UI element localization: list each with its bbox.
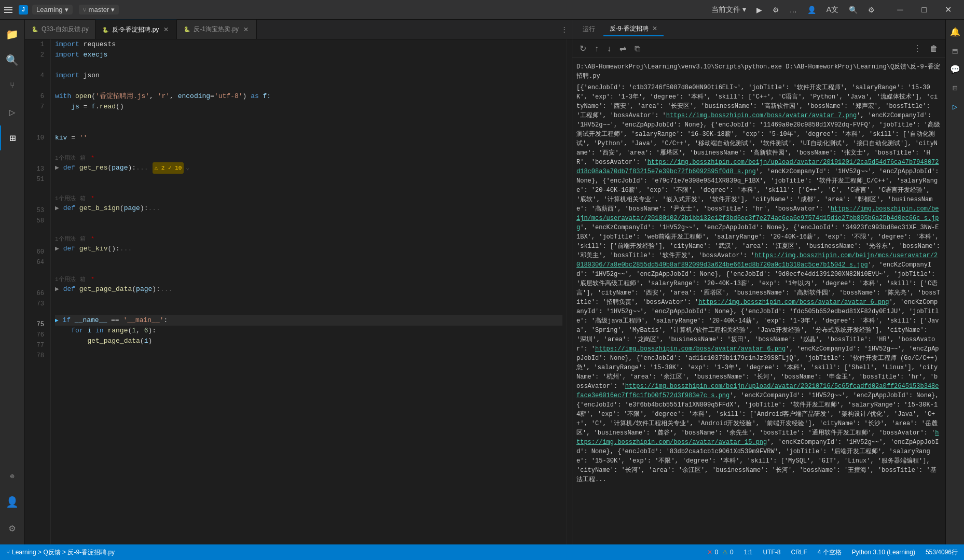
status-eol[interactable]: CRLF bbox=[789, 549, 809, 556]
ln-78: 78 bbox=[25, 351, 44, 361]
status-language[interactable]: Python 3.10 (Learning) bbox=[850, 549, 917, 556]
ln-52 bbox=[25, 185, 44, 195]
ln-53-annotation bbox=[25, 195, 44, 205]
right-panel-content[interactable]: D:\AB-HomeworkProj\Learning\venv3.10\Scr… bbox=[572, 58, 945, 544]
code-line-10: kiv = '' bbox=[55, 133, 562, 143]
status-branch[interactable]: ⑂ Learning > Q反馈 > 反-9-香淀招聘.py bbox=[4, 548, 117, 557]
status-errors[interactable]: ✕ 0 ⚠ 0 bbox=[705, 549, 735, 556]
code-line-78 bbox=[55, 346, 562, 357]
tab-r1[interactable]: 🐍 反-1淘宝热卖.py ✕ bbox=[177, 20, 257, 39]
panel-wrap-btn[interactable]: ⇌ bbox=[616, 43, 629, 54]
error-icon: ✕ bbox=[707, 549, 712, 556]
run-btn[interactable]: ▶ bbox=[753, 4, 765, 16]
panel-tab-close[interactable]: ✕ bbox=[652, 25, 657, 32]
branch-name[interactable]: ⑂ master ▾ bbox=[79, 5, 119, 15]
app-logo: J bbox=[19, 5, 28, 15]
ln-76: 76 bbox=[25, 330, 44, 340]
ln-66-annotation bbox=[25, 278, 44, 288]
more-btn[interactable]: … bbox=[787, 4, 800, 16]
project-name[interactable]: Learning ▾ bbox=[32, 5, 73, 15]
panel-tab-r9[interactable]: 反-9-香淀招聘 ✕ bbox=[603, 22, 664, 36]
code-line-51 bbox=[55, 173, 562, 184]
code-line-53-fold[interactable]: ▶ def get_b_sign(page):... bbox=[55, 203, 562, 214]
editor-scroll: 1 2 4 6 7 10 13 51 53 bbox=[25, 39, 567, 544]
tab-more-btn[interactable]: ⋮ bbox=[557, 20, 572, 39]
notification-icon[interactable]: 🔔 bbox=[947, 24, 963, 40]
chat-icon[interactable]: 💬 bbox=[947, 61, 963, 78]
current-file-btn[interactable]: 当前文件 ▾ bbox=[708, 3, 749, 17]
ln-11 bbox=[25, 143, 44, 153]
activity-item-remote[interactable]: ⊚ bbox=[0, 464, 25, 488]
ln-60b: 60 bbox=[25, 247, 44, 257]
panel-scroll-up-btn[interactable]: ↑ bbox=[591, 43, 602, 54]
activity-item-manage[interactable]: ⚙ bbox=[0, 515, 25, 540]
ln-66b: 66 bbox=[25, 288, 44, 299]
line-numbers: 1 2 4 6 7 10 13 51 53 bbox=[25, 39, 51, 544]
code-line-74 bbox=[55, 305, 562, 315]
profile-btn[interactable]: 👤 bbox=[804, 4, 819, 16]
ln-8 bbox=[25, 112, 44, 122]
eol-text: CRLF bbox=[791, 549, 807, 556]
ln-60-annotation bbox=[25, 236, 44, 247]
run-side-icon[interactable]: ▷ bbox=[947, 99, 963, 115]
code-line-60-fold[interactable]: ▶ def get_kiv():... bbox=[55, 244, 562, 254]
menu-icon[interactable] bbox=[4, 5, 15, 15]
code-line-2: import execjs bbox=[55, 50, 562, 60]
code-annotation-4: 1个用法 箱 * bbox=[55, 275, 562, 284]
minimize-btn[interactable]: ─ bbox=[888, 0, 912, 20]
code-line-13-fold[interactable]: ▶ def get_res(page):... ⚠ 2 ✓ 10 ⌄ bbox=[55, 163, 562, 173]
tab-bar: 🐍 Q33-自如反馈.py 🐍 反-9-香淀招聘.py ✕ 🐍 反-1淘宝热卖.… bbox=[25, 20, 572, 39]
ln-59 bbox=[25, 226, 44, 236]
code-line-1: import requests bbox=[55, 39, 562, 50]
activity-item-run[interactable]: ▷ bbox=[0, 100, 25, 124]
tab-icon-r9: 🐍 bbox=[102, 26, 109, 33]
panel-tab-run[interactable]: 运行 bbox=[576, 23, 601, 36]
status-line-col[interactable]: 1:1 bbox=[742, 549, 755, 556]
global-settings-btn[interactable]: ⚙ bbox=[865, 4, 878, 16]
right-panel-tabs: 运行 反-9-香淀招聘 ✕ bbox=[572, 20, 945, 39]
editor-area: 🐍 Q33-自如反馈.py 🐍 反-9-香淀招聘.py ✕ 🐍 反-1淘宝热卖.… bbox=[25, 20, 572, 544]
error-count: 0 bbox=[714, 549, 718, 556]
code-line-6: with open('香淀招聘用.js', 'r', encoding='utf… bbox=[55, 91, 562, 102]
expand-arrows[interactable]: ⌄ bbox=[186, 163, 189, 173]
panel-more-btn[interactable]: ⋮ bbox=[910, 43, 925, 54]
code-annotation-3: 1个用法 箱 * bbox=[55, 234, 562, 244]
panel-copy-btn[interactable]: ⧉ bbox=[631, 43, 643, 54]
line-col-text: 1:1 bbox=[744, 549, 753, 556]
panel-scroll-down-btn[interactable]: ↓ bbox=[604, 43, 614, 54]
translate-btn[interactable]: A文 bbox=[823, 3, 842, 17]
tab-q33[interactable]: 🐍 Q33-自如反馈.py bbox=[25, 20, 95, 39]
code-line-59 bbox=[55, 224, 562, 234]
warning-count: 0 bbox=[730, 549, 734, 556]
output-line-cmd: D:\AB-HomeworkProj\Learning\venv3.10\Scr… bbox=[576, 62, 941, 81]
tab-label-r9: 反-9-香淀招聘.py bbox=[112, 25, 159, 34]
global-search-btn[interactable]: 🔍 bbox=[846, 4, 861, 16]
ln-3 bbox=[25, 60, 44, 71]
activity-item-extensions[interactable]: ⊞ bbox=[0, 125, 25, 150]
tab-close-r1[interactable]: ✕ bbox=[242, 25, 250, 34]
encoding-text: UTF-8 bbox=[763, 549, 780, 556]
panel-refresh-btn[interactable]: ↻ bbox=[576, 43, 589, 54]
panel-trash-btn[interactable]: 🗑 bbox=[927, 43, 941, 54]
activity-item-account[interactable]: 👤 bbox=[0, 489, 25, 514]
layout-icon[interactable]: ⬒ bbox=[947, 43, 963, 59]
status-spaces[interactable]: 4 个空格 bbox=[816, 548, 844, 557]
activity-item-search[interactable]: 🔍 bbox=[0, 48, 25, 73]
close-btn[interactable]: ✕ bbox=[936, 0, 960, 20]
code-line-66-fold[interactable]: ▶ def get_page_data(page):... bbox=[55, 284, 562, 295]
ln-64: 64 bbox=[25, 257, 44, 268]
tab-close-r9[interactable]: ✕ bbox=[162, 25, 170, 34]
activity-item-explorer[interactable]: 📁 bbox=[0, 22, 25, 47]
ln-9 bbox=[25, 122, 44, 133]
code-area[interactable]: import requests import execjs import jso… bbox=[51, 39, 567, 544]
ln-53b: 53 bbox=[25, 205, 44, 216]
debug-btn[interactable]: ⚙ bbox=[769, 4, 782, 16]
panel-toggle-icon[interactable]: ⊟ bbox=[947, 80, 963, 96]
activity-item-scm[interactable]: ⑂ bbox=[0, 74, 25, 99]
tab-label-q33: Q33-自如反馈.py bbox=[42, 25, 89, 34]
maximize-btn[interactable]: □ bbox=[912, 0, 936, 20]
status-encoding[interactable]: UTF-8 bbox=[761, 549, 782, 556]
tab-r9[interactable]: 🐍 反-9-香淀招聘.py ✕ bbox=[95, 20, 177, 39]
status-line-count[interactable]: 553/4096行 bbox=[924, 548, 960, 557]
warning-badge-1: ⚠ 2 ✓ 10 bbox=[153, 162, 184, 174]
